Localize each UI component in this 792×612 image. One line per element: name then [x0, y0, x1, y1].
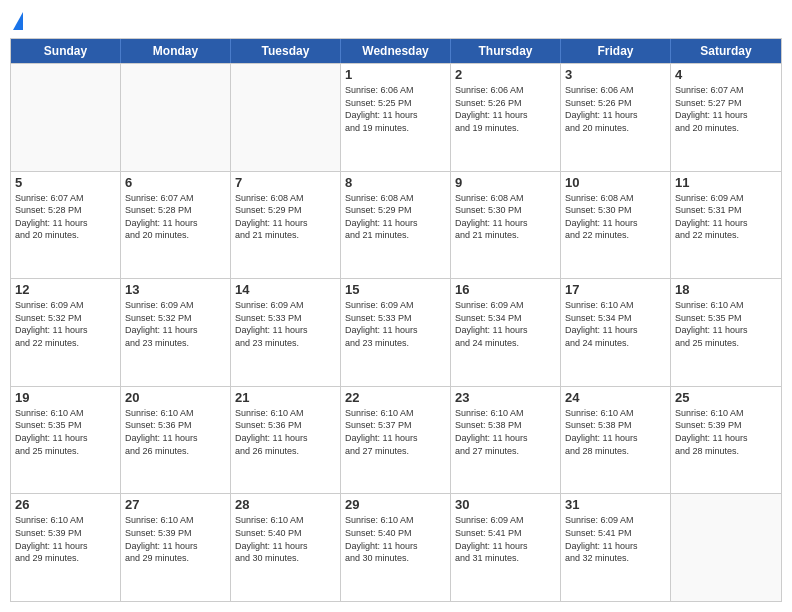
day-number: 20: [125, 390, 226, 405]
day-number: 18: [675, 282, 777, 297]
cal-cell: 29Sunrise: 6:10 AM Sunset: 5:40 PM Dayli…: [341, 494, 451, 601]
cal-cell: 19Sunrise: 6:10 AM Sunset: 5:35 PM Dayli…: [11, 387, 121, 494]
cal-header-wednesday: Wednesday: [341, 39, 451, 63]
cal-cell: 5Sunrise: 6:07 AM Sunset: 5:28 PM Daylig…: [11, 172, 121, 279]
day-number: 14: [235, 282, 336, 297]
cell-info: Sunrise: 6:10 AM Sunset: 5:39 PM Dayligh…: [15, 514, 116, 564]
cal-cell: 24Sunrise: 6:10 AM Sunset: 5:38 PM Dayli…: [561, 387, 671, 494]
logo-triangle-icon: [13, 12, 23, 30]
header: [10, 10, 782, 30]
day-number: 6: [125, 175, 226, 190]
cal-cell: 14Sunrise: 6:09 AM Sunset: 5:33 PM Dayli…: [231, 279, 341, 386]
cal-cell: 9Sunrise: 6:08 AM Sunset: 5:30 PM Daylig…: [451, 172, 561, 279]
day-number: 30: [455, 497, 556, 512]
cell-info: Sunrise: 6:10 AM Sunset: 5:39 PM Dayligh…: [675, 407, 777, 457]
cell-info: Sunrise: 6:10 AM Sunset: 5:34 PM Dayligh…: [565, 299, 666, 349]
day-number: 13: [125, 282, 226, 297]
cell-info: Sunrise: 6:10 AM Sunset: 5:38 PM Dayligh…: [455, 407, 556, 457]
cal-cell: 27Sunrise: 6:10 AM Sunset: 5:39 PM Dayli…: [121, 494, 231, 601]
cal-cell: 11Sunrise: 6:09 AM Sunset: 5:31 PM Dayli…: [671, 172, 781, 279]
cal-cell: 30Sunrise: 6:09 AM Sunset: 5:41 PM Dayli…: [451, 494, 561, 601]
cal-cell: 7Sunrise: 6:08 AM Sunset: 5:29 PM Daylig…: [231, 172, 341, 279]
cal-cell: 1Sunrise: 6:06 AM Sunset: 5:25 PM Daylig…: [341, 64, 451, 171]
cell-info: Sunrise: 6:08 AM Sunset: 5:30 PM Dayligh…: [565, 192, 666, 242]
cal-header-friday: Friday: [561, 39, 671, 63]
day-number: 9: [455, 175, 556, 190]
cal-cell: 25Sunrise: 6:10 AM Sunset: 5:39 PM Dayli…: [671, 387, 781, 494]
day-number: 26: [15, 497, 116, 512]
cal-week-2: 5Sunrise: 6:07 AM Sunset: 5:28 PM Daylig…: [11, 171, 781, 279]
cal-cell: 3Sunrise: 6:06 AM Sunset: 5:26 PM Daylig…: [561, 64, 671, 171]
cal-cell: 2Sunrise: 6:06 AM Sunset: 5:26 PM Daylig…: [451, 64, 561, 171]
cell-info: Sunrise: 6:10 AM Sunset: 5:36 PM Dayligh…: [235, 407, 336, 457]
cell-info: Sunrise: 6:06 AM Sunset: 5:25 PM Dayligh…: [345, 84, 446, 134]
day-number: 28: [235, 497, 336, 512]
cal-cell: 16Sunrise: 6:09 AM Sunset: 5:34 PM Dayli…: [451, 279, 561, 386]
cell-info: Sunrise: 6:09 AM Sunset: 5:32 PM Dayligh…: [125, 299, 226, 349]
cal-cell: 12Sunrise: 6:09 AM Sunset: 5:32 PM Dayli…: [11, 279, 121, 386]
cell-info: Sunrise: 6:07 AM Sunset: 5:28 PM Dayligh…: [125, 192, 226, 242]
day-number: 29: [345, 497, 446, 512]
cal-header-saturday: Saturday: [671, 39, 781, 63]
cell-info: Sunrise: 6:08 AM Sunset: 5:29 PM Dayligh…: [235, 192, 336, 242]
day-number: 12: [15, 282, 116, 297]
day-number: 4: [675, 67, 777, 82]
cal-cell: 10Sunrise: 6:08 AM Sunset: 5:30 PM Dayli…: [561, 172, 671, 279]
logo: [10, 10, 23, 30]
cell-info: Sunrise: 6:07 AM Sunset: 5:28 PM Dayligh…: [15, 192, 116, 242]
day-number: 16: [455, 282, 556, 297]
cell-info: Sunrise: 6:10 AM Sunset: 5:40 PM Dayligh…: [345, 514, 446, 564]
cal-header-monday: Monday: [121, 39, 231, 63]
day-number: 15: [345, 282, 446, 297]
cal-header-sunday: Sunday: [11, 39, 121, 63]
day-number: 25: [675, 390, 777, 405]
calendar-header-row: SundayMondayTuesdayWednesdayThursdayFrid…: [11, 39, 781, 63]
day-number: 19: [15, 390, 116, 405]
cell-info: Sunrise: 6:09 AM Sunset: 5:31 PM Dayligh…: [675, 192, 777, 242]
day-number: 24: [565, 390, 666, 405]
day-number: 8: [345, 175, 446, 190]
cell-info: Sunrise: 6:06 AM Sunset: 5:26 PM Dayligh…: [455, 84, 556, 134]
cal-cell: 6Sunrise: 6:07 AM Sunset: 5:28 PM Daylig…: [121, 172, 231, 279]
day-number: 10: [565, 175, 666, 190]
day-number: 27: [125, 497, 226, 512]
day-number: 21: [235, 390, 336, 405]
cal-week-3: 12Sunrise: 6:09 AM Sunset: 5:32 PM Dayli…: [11, 278, 781, 386]
cal-cell: 13Sunrise: 6:09 AM Sunset: 5:32 PM Dayli…: [121, 279, 231, 386]
cell-info: Sunrise: 6:09 AM Sunset: 5:33 PM Dayligh…: [345, 299, 446, 349]
cal-cell: 28Sunrise: 6:10 AM Sunset: 5:40 PM Dayli…: [231, 494, 341, 601]
cell-info: Sunrise: 6:09 AM Sunset: 5:32 PM Dayligh…: [15, 299, 116, 349]
cell-info: Sunrise: 6:10 AM Sunset: 5:40 PM Dayligh…: [235, 514, 336, 564]
cell-info: Sunrise: 6:08 AM Sunset: 5:30 PM Dayligh…: [455, 192, 556, 242]
day-number: 17: [565, 282, 666, 297]
cal-week-4: 19Sunrise: 6:10 AM Sunset: 5:35 PM Dayli…: [11, 386, 781, 494]
cal-cell: [11, 64, 121, 171]
day-number: 7: [235, 175, 336, 190]
cal-cell: [121, 64, 231, 171]
cal-header-thursday: Thursday: [451, 39, 561, 63]
day-number: 22: [345, 390, 446, 405]
cell-info: Sunrise: 6:09 AM Sunset: 5:34 PM Dayligh…: [455, 299, 556, 349]
day-number: 11: [675, 175, 777, 190]
cell-info: Sunrise: 6:10 AM Sunset: 5:39 PM Dayligh…: [125, 514, 226, 564]
cal-cell: 21Sunrise: 6:10 AM Sunset: 5:36 PM Dayli…: [231, 387, 341, 494]
cal-cell: 20Sunrise: 6:10 AM Sunset: 5:36 PM Dayli…: [121, 387, 231, 494]
cal-cell: 4Sunrise: 6:07 AM Sunset: 5:27 PM Daylig…: [671, 64, 781, 171]
day-number: 1: [345, 67, 446, 82]
cal-cell: 8Sunrise: 6:08 AM Sunset: 5:29 PM Daylig…: [341, 172, 451, 279]
calendar: SundayMondayTuesdayWednesdayThursdayFrid…: [10, 38, 782, 602]
page: SundayMondayTuesdayWednesdayThursdayFrid…: [0, 0, 792, 612]
cell-info: Sunrise: 6:10 AM Sunset: 5:35 PM Dayligh…: [15, 407, 116, 457]
cell-info: Sunrise: 6:10 AM Sunset: 5:38 PM Dayligh…: [565, 407, 666, 457]
cell-info: Sunrise: 6:09 AM Sunset: 5:41 PM Dayligh…: [565, 514, 666, 564]
cal-cell: [231, 64, 341, 171]
cell-info: Sunrise: 6:08 AM Sunset: 5:29 PM Dayligh…: [345, 192, 446, 242]
day-number: 3: [565, 67, 666, 82]
cal-cell: 18Sunrise: 6:10 AM Sunset: 5:35 PM Dayli…: [671, 279, 781, 386]
day-number: 31: [565, 497, 666, 512]
cal-cell: 15Sunrise: 6:09 AM Sunset: 5:33 PM Dayli…: [341, 279, 451, 386]
cal-cell: 23Sunrise: 6:10 AM Sunset: 5:38 PM Dayli…: [451, 387, 561, 494]
cell-info: Sunrise: 6:10 AM Sunset: 5:36 PM Dayligh…: [125, 407, 226, 457]
day-number: 2: [455, 67, 556, 82]
cell-info: Sunrise: 6:10 AM Sunset: 5:37 PM Dayligh…: [345, 407, 446, 457]
